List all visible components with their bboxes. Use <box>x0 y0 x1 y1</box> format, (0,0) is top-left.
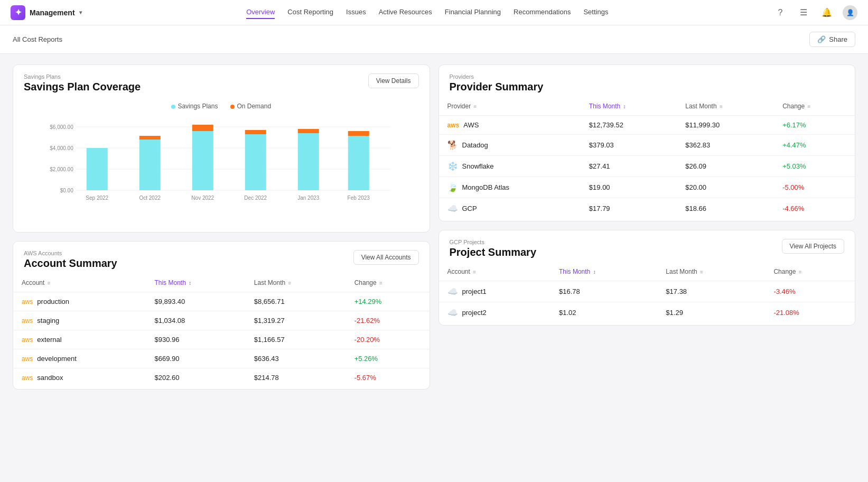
gcp-col-change[interactable]: Change ≡ <box>765 263 855 281</box>
savings-plan-titles: Savings Plans Savings Plan Coverage <box>24 73 141 93</box>
provider-this-month-sort: ↕ <box>623 104 626 109</box>
account-table-wrap: Account ≡ This Month ↕ Last Month ≡ Chan… <box>13 274 430 389</box>
account-this-month-development: $669.90 <box>146 349 245 368</box>
account-cell-staging: aws staging <box>22 317 137 325</box>
aws-icon-production: aws <box>22 298 33 305</box>
account-last-month-external: $1,166.57 <box>246 330 346 349</box>
gcp-this-month-sort: ↕ <box>593 269 596 275</box>
provider-table-wrap: Provider ≡ This Month ↕ Last Month ≡ Cha… <box>439 97 855 221</box>
account-col-change[interactable]: Change ≡ <box>346 274 430 292</box>
view-all-projects-button[interactable]: View All Projects <box>782 239 844 254</box>
gcp-col-last-month[interactable]: Last Month ≡ <box>657 263 765 281</box>
provider-col-change[interactable]: Change ≡ <box>774 97 855 116</box>
app-logo[interactable]: ✦ Management ▾ <box>11 5 82 20</box>
snowflake-logo-icon: ❄️ <box>447 161 458 171</box>
user-avatar-button[interactable]: 👤 <box>843 5 857 20</box>
provider-table: Provider ≡ This Month ↕ Last Month ≡ Cha… <box>439 97 855 219</box>
breadcrumb: All Cost Reports <box>13 35 62 43</box>
provider-filter-icon: ≡ <box>474 104 477 109</box>
nav-recommendations[interactable]: Recommendations <box>514 6 571 19</box>
account-name-sandbox: aws sandbox <box>13 368 146 387</box>
mongodb-change: -5.00% <box>774 177 855 198</box>
nav-active-resources[interactable]: Active Resources <box>379 6 432 19</box>
last-month-filter-icon: ≡ <box>288 280 291 286</box>
snowflake-last-month: $26.09 <box>677 156 774 177</box>
datadog-this-month: $379.03 <box>581 135 677 156</box>
account-last-month-staging: $1,319.27 <box>246 311 346 330</box>
nav-cost-reporting[interactable]: Cost Reporting <box>287 6 333 19</box>
account-summary-header: AWS Accounts Account Summary View All Ac… <box>13 242 430 274</box>
provider-summary-card: Providers Provider Summary Provider ≡ Th… <box>438 64 856 221</box>
aws-change: +6.17% <box>774 116 855 135</box>
account-this-month-production: $9,893.40 <box>146 292 245 311</box>
account-table: Account ≡ This Month ↕ Last Month ≡ Chan… <box>13 274 430 387</box>
account-change-sandbox: -5.67% <box>346 368 430 387</box>
nav-settings[interactable]: Settings <box>583 6 608 19</box>
snowflake-this-month: $27.41 <box>581 156 677 177</box>
svg-rect-17 <box>348 136 369 190</box>
table-row: aws development $669.90 $636.43 +5.26% <box>13 349 430 368</box>
account-col-this-month[interactable]: This Month ↕ <box>146 274 245 292</box>
provider-snowflake-cell: ❄️ Snowflake <box>439 156 581 177</box>
svg-rect-9 <box>139 140 161 190</box>
feedback-button[interactable]: ☰ <box>796 5 811 20</box>
provider-change-filter: ≡ <box>808 104 811 109</box>
gcp-col-this-month[interactable]: This Month ↕ <box>550 263 657 281</box>
account-summary-titles: AWS Accounts Account Summary <box>24 250 117 270</box>
gcp-last-month-filter: ≡ <box>700 269 703 275</box>
account-name-production: aws production <box>13 292 146 311</box>
gcp-table-head: Account ≡ This Month ↕ Last Month ≡ Chan… <box>439 263 855 281</box>
table-row: 🐕 Datadog $379.03 $362.83 +4.47% <box>439 135 855 156</box>
savings-chart-svg: $6,000.00 $4,000.00 $2,000.00 $0.00 <box>24 116 419 222</box>
view-all-accounts-button[interactable]: View All Accounts <box>353 250 419 265</box>
account-cell-sandbox: aws sandbox <box>22 374 137 382</box>
account-change-external: -20.20% <box>346 330 430 349</box>
app-menu-chevron[interactable]: ▾ <box>79 10 82 15</box>
svg-text:$0.00: $0.00 <box>60 188 73 193</box>
gcp-header-row: Account ≡ This Month ↕ Last Month ≡ Chan… <box>439 263 855 281</box>
account-change-production: +14.29% <box>346 292 430 311</box>
svg-rect-18 <box>348 131 369 136</box>
provider-gcp: ☁️ GCP <box>447 203 572 214</box>
aws-icon-development: aws <box>22 355 33 363</box>
provider-col-provider[interactable]: Provider ≡ <box>439 97 581 116</box>
gcp-table: Account ≡ This Month ↕ Last Month ≡ Chan… <box>439 263 855 323</box>
nav-overview[interactable]: Overview <box>246 6 275 19</box>
account-col-last-month[interactable]: Last Month ≡ <box>246 274 346 292</box>
account-name-external: aws external <box>13 330 146 349</box>
account-this-month-external: $930.96 <box>146 330 245 349</box>
account-cell-external: aws external <box>22 336 137 344</box>
provider-datadog: 🐕 Datadog <box>447 140 572 150</box>
project2-change: -21.08% <box>765 302 855 323</box>
account-col-account[interactable]: Account ≡ <box>13 274 146 292</box>
notifications-button[interactable]: 🔔 <box>819 5 834 20</box>
provider-table-head: Provider ≡ This Month ↕ Last Month ≡ Cha… <box>439 97 855 116</box>
gcp-col-account[interactable]: Account ≡ <box>439 263 550 281</box>
left-column: Savings Plans Savings Plan Coverage View… <box>13 64 430 390</box>
account-name-staging: aws staging <box>13 311 146 330</box>
gcp-projects-titles: GCP Projects Project Summary <box>450 239 537 258</box>
gcp-this-month: $17.79 <box>581 198 677 219</box>
this-month-sort-icon: ↕ <box>189 280 191 286</box>
gcp-project2-cell: ☁️ project2 <box>439 302 550 323</box>
gcp-project1: ☁️ project1 <box>447 286 542 296</box>
nav-issues[interactable]: Issues <box>346 6 366 19</box>
top-navigation: ✦ Management ▾ Overview Cost Reporting I… <box>0 0 868 25</box>
nav-financial-planning[interactable]: Financial Planning <box>445 6 501 19</box>
gcp-change: -4.66% <box>774 198 855 219</box>
provider-last-month-filter: ≡ <box>720 104 723 109</box>
help-button[interactable]: ? <box>773 5 788 20</box>
provider-summary-title: Provider Summary <box>450 81 544 93</box>
account-summary-title: Account Summary <box>24 257 117 270</box>
savings-plans-dot <box>171 105 175 109</box>
mongodb-logo-icon: 🍃 <box>447 182 458 192</box>
gcp-logo-icon: ☁️ <box>447 203 458 214</box>
view-details-button[interactable]: View Details <box>368 73 419 88</box>
provider-col-last-month[interactable]: Last Month ≡ <box>677 97 774 116</box>
aws-icon-staging: aws <box>22 317 33 325</box>
chart-legend: Savings Plans On Demand <box>24 103 419 110</box>
svg-text:Oct 2022: Oct 2022 <box>139 195 161 201</box>
account-name-development: aws development <box>13 349 146 368</box>
share-button[interactable]: 🔗 Share <box>809 32 855 47</box>
provider-col-this-month[interactable]: This Month ↕ <box>581 97 677 116</box>
